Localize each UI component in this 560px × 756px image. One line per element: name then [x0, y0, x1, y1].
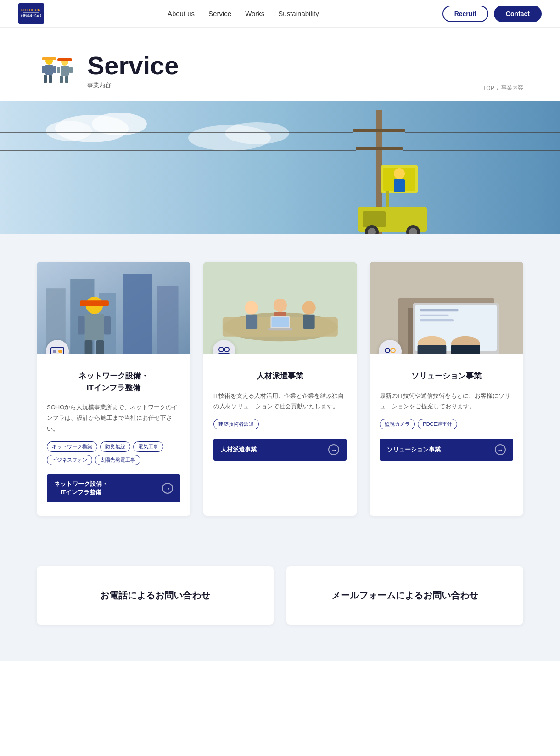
service-content-1: ネットワーク設備・ITインフラ整備 SOHOから大規模事業所まで、ネットワークの… [37, 354, 190, 465]
svg-rect-16 [57, 67, 60, 73]
svg-rect-13 [61, 66, 69, 76]
svg-rect-81 [420, 315, 449, 316]
tag-construction: 建築技術者派遣 [213, 419, 259, 429]
tag-electric: 電気工事 [133, 441, 163, 452]
service-btn-3[interactable]: ソリューション事業 → [380, 439, 513, 461]
service-image-2 [203, 262, 357, 354]
tag-disaster: 防災無線 [100, 441, 130, 452]
svg-text:KOTOBUKI: KOTOBUKI [21, 8, 41, 12]
service-image-1 [37, 262, 190, 354]
nav-sustainability[interactable]: Sustainability [278, 10, 319, 17]
service-title-2: 人材派遣事業 [213, 370, 347, 382]
service-tags-2: 建築技術者派遣 [213, 419, 347, 429]
contact-mail-card: メールフォームによるお問い合わせ [286, 566, 523, 625]
service-btn-3-label: ソリューション事業 [387, 446, 441, 454]
svg-rect-47 [157, 286, 178, 354]
svg-rect-54 [96, 340, 104, 354]
svg-rect-12 [57, 58, 72, 61]
service-title-1: ネットワーク設備・ITインフラ整備 [47, 370, 180, 394]
svg-rect-26 [356, 147, 403, 150]
service-card-solution: ソリューション事業 最新のIT技術や通信技術をもとに、お客様にソリューションをご… [370, 262, 523, 516]
logo-icon: KOTOBUKI 寿電設株式会社 [18, 3, 44, 24]
svg-rect-5 [42, 57, 56, 60]
nav-buttons: Recruit Contact [442, 6, 542, 22]
page-title-ja: 事業内容 [87, 81, 179, 90]
svg-rect-37 [363, 211, 386, 227]
nav-service[interactable]: Service [208, 10, 231, 17]
svg-rect-14 [60, 76, 63, 83]
service-content-2: 人材派遣事業 IT技術を支える人材活用、企業と企業を結ぶ独自の人材ソリューション… [203, 354, 357, 429]
contact-phone-title: お電話によるお問い合わせ [50, 589, 260, 602]
svg-rect-56 [53, 350, 56, 353]
page-title-block: Service 事業内容 [87, 53, 179, 90]
svg-text:寿電設株式会社: 寿電設株式会社 [21, 14, 41, 18]
service-desc-1: SOHOから大規模事業所まで、ネットワークのインフラは、設計から施工まで当社にお… [47, 402, 180, 434]
svg-point-23 [225, 122, 289, 144]
services-grid: ネットワーク設備・ITインフラ整備 SOHOから大規模事業所まで、ネットワークの… [37, 262, 523, 516]
svg-rect-51 [78, 316, 85, 335]
logo-area: KOTOBUKI 寿電設株式会社 [18, 3, 44, 24]
contact-mail-title: メールフォームによるお問い合わせ [300, 589, 510, 602]
service-card-staffing: 人材派遣事業 IT技術を支える人材活用、企業と企業を結ぶ独自の人材ソリューション… [203, 262, 357, 516]
service-desc-3: 最新のIT技術や通信技術をもとに、お客様にソリューションをご提案しております。 [380, 390, 513, 412]
svg-rect-25 [353, 129, 405, 132]
service-title-3: ソリューション事業 [380, 370, 513, 382]
svg-point-88 [385, 348, 390, 353]
svg-rect-53 [85, 340, 93, 354]
service-btn-3-arrow: → [495, 444, 506, 455]
svg-rect-49 [80, 300, 109, 306]
svg-rect-86 [418, 345, 447, 354]
service-card-network: ネットワーク設備・ITインフラ整備 SOHOから大規模事業所まで、ネットワークの… [37, 262, 190, 516]
svg-point-21 [46, 121, 92, 141]
svg-rect-87 [451, 345, 480, 354]
service-tags-3: 監視カメラ PDCE避雷針 [380, 419, 513, 429]
contact-grid: お電話によるお問い合わせ メールフォームによるお問い合わせ [37, 566, 523, 625]
svg-rect-9 [42, 66, 45, 73]
contact-section: お電話によるお問い合わせ メールフォームによるお問い合わせ [0, 543, 560, 661]
service-btn-1[interactable]: ネットワーク設備・ITインフラ整備 → [47, 474, 180, 502]
svg-point-89 [391, 348, 395, 353]
svg-point-68 [302, 301, 315, 314]
svg-point-74 [224, 347, 229, 352]
svg-rect-80 [420, 309, 459, 311]
svg-point-33 [394, 168, 405, 179]
service-btn-1-label: ネットワーク設備・ITインフラ整備 [54, 480, 108, 496]
svg-rect-52 [104, 316, 111, 335]
svg-rect-69 [303, 315, 314, 329]
service-btn-1-arrow: → [162, 483, 173, 494]
nav-about[interactable]: About us [168, 10, 195, 17]
contact-button[interactable]: Contact [494, 6, 542, 22]
svg-rect-15 [65, 76, 68, 83]
service-btn-2-arrow: → [328, 444, 339, 455]
svg-point-64 [245, 301, 258, 314]
page-header-icon [37, 51, 78, 92]
service-desc-2: IT技術を支える人材活用、企業と企業を結ぶ独自の人材ソリューションで社会貢献いた… [213, 390, 347, 412]
svg-rect-6 [45, 65, 53, 75]
page-header: Service 事業内容 TOP / 事業内容 [0, 28, 560, 101]
recruit-button[interactable]: Recruit [442, 6, 488, 22]
svg-rect-82 [420, 319, 454, 321]
tag-solar: 太陽光発電工事 [95, 455, 140, 465]
svg-rect-65 [246, 315, 257, 329]
service-tags-1: ネットワーク構築 防災無線 電気工事 ビジネスフォン 太陽光発電工事 [47, 441, 180, 465]
tag-network: ネットワーク構築 [47, 441, 97, 452]
svg-rect-7 [44, 75, 47, 83]
svg-rect-2 [23, 12, 39, 13]
svg-point-57 [58, 350, 62, 353]
svg-rect-10 [53, 66, 56, 73]
hero-illustration [0, 101, 560, 234]
contact-phone-card: お電話によるお問い合わせ [37, 566, 274, 625]
tag-camera: 監視カメラ [380, 419, 415, 429]
service-btn-2[interactable]: 人材派遣事業 → [213, 439, 347, 461]
service-content-3: ソリューション事業 最新のIT技術や通信技術をもとに、お客様にソリューションをご… [370, 354, 523, 429]
svg-rect-46 [123, 274, 152, 354]
breadcrumb-top[interactable]: TOP [483, 85, 494, 91]
svg-rect-71 [271, 317, 289, 327]
services-section: ネットワーク設備・ITインフラ整備 SOHOから大規模事業所まで、ネットワークの… [0, 234, 560, 543]
svg-rect-72 [268, 328, 292, 330]
svg-rect-34 [394, 179, 405, 192]
nav-works[interactable]: Works [245, 10, 264, 17]
tag-phone: ビジネスフォン [47, 455, 92, 465]
main-nav: About us Service Works Sustainability [168, 10, 319, 17]
page-title-en: Service [87, 53, 179, 79]
